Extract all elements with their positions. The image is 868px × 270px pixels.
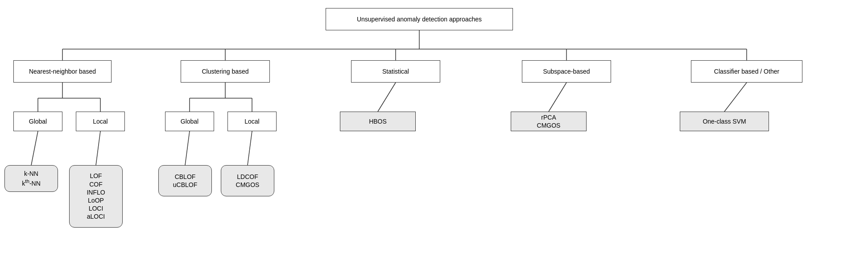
connector-lines	[0, 0, 868, 270]
rpca-node: rPCA CMGOS	[511, 112, 587, 131]
nn-global-node: Global	[13, 112, 62, 131]
lof-node: LOF COF INFLO LoOP LOCI aLOCI	[69, 165, 123, 228]
svg-line-20	[185, 131, 190, 165]
svg-line-17	[724, 83, 747, 112]
svg-line-21	[248, 131, 252, 165]
cb-node: Clustering based	[181, 60, 270, 83]
nn-node: Nearest-neighbor based	[13, 60, 112, 83]
sub-node: Subspace-based	[522, 60, 611, 83]
cb-global-node: Global	[165, 112, 214, 131]
svg-line-15	[378, 83, 396, 112]
rpca-label: rPCA CMGOS	[537, 113, 561, 129]
svg-line-19	[96, 131, 100, 165]
svg-line-16	[549, 83, 566, 112]
nn-local-node: Local	[76, 112, 125, 131]
svg-line-18	[31, 131, 38, 165]
root-node: Unsupervised anomaly detection approache…	[326, 8, 513, 30]
knn-node: k-NN kth-NN	[4, 165, 58, 192]
cblof-node: CBLOF uCBLOF	[158, 165, 212, 196]
cb-local-node: Local	[227, 112, 277, 131]
ocsvm-node: One-class SVM	[680, 112, 769, 131]
stat-node: Statistical	[351, 60, 440, 83]
ldcof-node: LDCOF CMGOS	[221, 165, 274, 196]
diagram: Unsupervised anomaly detection approache…	[0, 0, 868, 270]
clf-node: Classifier based / Other	[691, 60, 802, 83]
knn-label: k-NN kth-NN	[22, 170, 41, 187]
hbos-node: HBOS	[340, 112, 416, 131]
